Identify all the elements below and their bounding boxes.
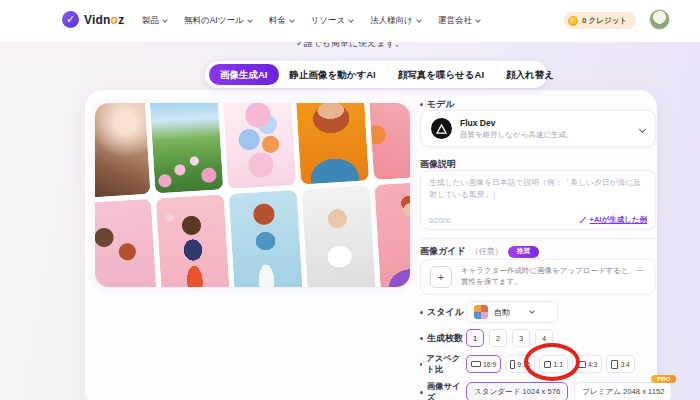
size-standard-button[interactable]: スタンダード 1024 x 576 — [466, 382, 568, 400]
chevron-down-icon — [247, 17, 253, 23]
style-value: 自動 — [494, 307, 510, 318]
style-thumbnail — [474, 305, 488, 319]
square-rect-icon — [544, 361, 551, 368]
count-row: 生成枚数 1 2 3 4 — [420, 329, 558, 347]
feature-tabs: 画像生成AI 静止画像を動かすAI 顔写真を喋らせるAI 顔入れ替え — [205, 61, 547, 88]
bullet-dot — [420, 103, 423, 106]
gallery-image-back-view — [229, 190, 304, 287]
page: ✓誰でも簡単に使えます。 ✓ Vidnoz 製品 無料のAIツール 料金 リソー… — [0, 0, 700, 400]
pro-badge: PRO — [651, 375, 676, 383]
nav-resources[interactable]: リソース — [311, 15, 354, 27]
gallery-image-pink-partial — [368, 103, 410, 180]
model-name: Flux Dev — [460, 118, 574, 128]
portrait-rect-icon — [611, 360, 618, 369]
aspect-3-4[interactable]: 3:4 — [606, 355, 634, 373]
sample-image-gallery — [95, 103, 410, 287]
gallery-image-orange-portrait — [295, 103, 369, 185]
aspect-4-3[interactable]: 4:3 — [572, 355, 602, 373]
recommended-badge: 推奨 — [508, 246, 539, 258]
chevron-down-icon — [529, 308, 535, 314]
gallery-image-woman-face — [95, 103, 150, 198]
nav-pricing[interactable]: 料金 — [269, 15, 294, 27]
aspect-row: アスペクト比 16:9 9:16 1:1 4:3 3:4 — [420, 353, 639, 375]
size-premium-wrap: プレミアム 2048 x 1152 PRO — [574, 382, 672, 400]
header: ✓ Vidnoz 製品 無料のAIツール 料金 リソース 法人様向け 運営会社 … — [0, 0, 700, 42]
style-label: スタイル — [420, 306, 466, 319]
gallery-image-baby — [301, 185, 376, 287]
nav-company[interactable]: 運営会社 — [438, 15, 480, 27]
image-guide-upload-card: + キャラクター作成時に画像をアップロードすると、一貫性を保てます。 — [420, 259, 656, 295]
generation-settings-panel: モデル Flux Dev 品質を維持しながら高速に生成。 画像説明 0/2000 — [420, 98, 656, 400]
main-nav: 製品 無料のAIツール 料金 リソース 法人様向け 運営会社 — [142, 0, 480, 42]
aspect-label: アスペクト比 — [420, 353, 466, 375]
aspect-16-9[interactable]: 16:9 — [466, 355, 501, 373]
aspect-9-16[interactable]: 9:16 — [505, 355, 535, 373]
upload-plus-button[interactable]: + — [430, 266, 452, 288]
nav-products[interactable]: 製品 — [142, 15, 167, 27]
gallery-image-purple-blazer — [374, 181, 410, 287]
size-premium-button[interactable]: プレミアム 2048 x 1152 — [574, 382, 672, 400]
user-avatar[interactable] — [649, 9, 670, 30]
prompt-input-card: 0/2000 +AIが生成した例 — [420, 170, 656, 230]
coin-icon — [568, 16, 578, 26]
nav-business[interactable]: 法人様向け — [370, 15, 421, 27]
size-row: 画像サイズ スタンダード 1024 x 576 プレミアム 2048 x 115… — [420, 381, 672, 400]
chevron-down-icon — [475, 17, 481, 23]
magic-wand-icon — [579, 216, 587, 224]
tab-face-swap[interactable]: 顔入れ替え — [495, 64, 565, 85]
vidnoz-logo-icon: ✓ — [62, 11, 79, 28]
char-counter: 0/2000 — [429, 217, 450, 224]
image-guide-header: 画像ガイド （任意） 推奨 — [420, 245, 539, 258]
portrait-rect-icon — [510, 360, 515, 369]
style-row: スタイル 自動 — [420, 301, 558, 323]
landscape-rect-icon — [471, 361, 481, 367]
divider — [420, 238, 656, 239]
credits-count: 0 クレジット — [582, 16, 627, 26]
count-option-1[interactable]: 1 — [466, 329, 484, 347]
style-select[interactable]: 自動 — [466, 301, 558, 323]
chevron-down-icon — [162, 17, 168, 23]
size-label: 画像サイズ — [420, 381, 466, 400]
gallery-image-sculpture — [222, 103, 296, 189]
model-description: 品質を維持しながら高速に生成。 — [460, 130, 574, 140]
aspect-1-1[interactable]: 1:1 — [539, 355, 567, 373]
nav-free-ai-tools[interactable]: 無料のAIツール — [184, 15, 252, 27]
chevron-down-icon — [416, 17, 422, 23]
flux-model-icon — [431, 118, 452, 139]
model-select[interactable]: Flux Dev 品質を維持しながら高速に生成。 — [420, 110, 656, 147]
chevron-down-icon — [636, 124, 645, 134]
count-option-2[interactable]: 2 — [489, 329, 507, 347]
gallery-image-meadow — [149, 103, 223, 193]
credits-badge[interactable]: 0 クレジット — [564, 12, 636, 29]
chevron-down-icon — [348, 17, 354, 23]
tab-image-generation-ai[interactable]: 画像生成AI — [209, 64, 279, 85]
landscape-rect-icon — [577, 361, 586, 368]
upload-hint-text: キャラクター作成時に画像をアップロードすると、一貫性を保てます。 — [461, 266, 646, 288]
count-option-3[interactable]: 3 — [512, 329, 530, 347]
gallery-image-anime-girl — [156, 194, 231, 287]
tab-talking-photo-ai[interactable]: 顔写真を喋らせるAI — [387, 64, 495, 85]
optional-label: （任意） — [471, 246, 503, 257]
content-card: モデル Flux Dev 品質を維持しながら高速に生成。 画像説明 0/2000 — [85, 90, 657, 400]
gallery-image-couple — [95, 199, 158, 287]
prompt-textarea[interactable] — [429, 177, 647, 213]
count-option-4[interactable]: 4 — [535, 329, 553, 347]
count-label: 生成枚数 — [420, 332, 466, 345]
chevron-down-icon — [289, 17, 295, 23]
vidnoz-logo-text: Vidnoz — [84, 13, 124, 27]
gallery-grid — [95, 103, 410, 287]
image-guide-label: 画像ガイド — [420, 245, 466, 258]
vidnoz-logo[interactable]: ✓ Vidnoz — [62, 11, 124, 28]
ai-example-link[interactable]: +AIが生成した例 — [579, 215, 647, 225]
tab-animate-still-image-ai[interactable]: 静止画像を動かすAI — [279, 64, 387, 85]
